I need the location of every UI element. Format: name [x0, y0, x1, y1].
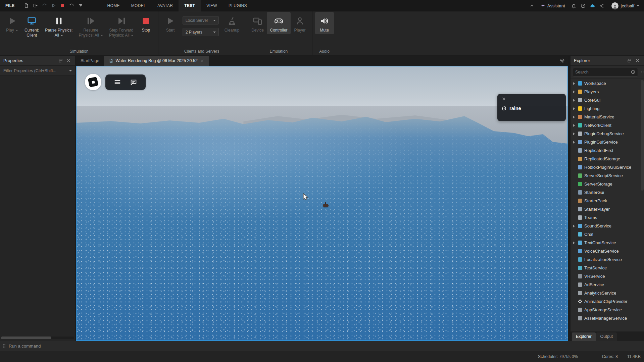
explorer-item-vrservice[interactable]: VRService: [571, 272, 644, 280]
file-menu-button[interactable]: FILE: [0, 3, 20, 8]
close-card-icon[interactable]: [501, 97, 506, 101]
stop-button[interactable]: Stop: [137, 12, 155, 34]
resume-icon: [85, 15, 97, 27]
notifications-icon[interactable]: [569, 0, 579, 11]
menu-tab-test[interactable]: TEST: [179, 0, 201, 11]
close-tab-icon[interactable]: [200, 59, 204, 63]
explorer-item-networkclient[interactable]: NetworkClient: [571, 121, 644, 130]
2-players-select[interactable]: 2 Players: [183, 28, 219, 36]
explorer-item-appstorageservice[interactable]: AppStorageService: [571, 306, 644, 314]
explorer-more-icon[interactable]: [639, 68, 644, 76]
explorer-item-pluginguiservice[interactable]: PluginGuiService: [571, 138, 644, 146]
collapse-ribbon-icon[interactable]: [527, 0, 537, 11]
properties-body: [0, 76, 75, 341]
explorer-item-starterplayer[interactable]: StarterPlayer: [571, 205, 644, 213]
help-icon[interactable]: [579, 0, 588, 11]
redo-button[interactable]: [40, 0, 49, 11]
material-service-icon: [578, 115, 582, 119]
doc-tab-water-rendering-bug-06-mar-2025-20-52[interactable]: Water Rendering Bug @ 06 Mar 2025 20:52: [104, 56, 209, 66]
explorer-item-replicatedstorage[interactable]: ReplicatedStorage: [571, 155, 644, 163]
explorer-item-label: Teams: [584, 215, 597, 220]
undo-button[interactable]: [67, 0, 77, 11]
search-input[interactable]: [575, 70, 629, 74]
expand-arrow-icon[interactable]: [572, 91, 576, 93]
close-panel-icon[interactable]: [634, 57, 641, 64]
explorer-item-robloxpluginguiservice[interactable]: RobloxPluginGuiService: [571, 163, 644, 171]
explorer-item-materialservice[interactable]: MaterialService: [571, 113, 644, 121]
explorer-item-label: ReplicatedStorage: [584, 156, 620, 161]
titlebar-right: Assistant jedisalf: [527, 0, 644, 11]
expand-arrow-icon[interactable]: [572, 242, 576, 244]
explorer-item-animationclipprovider[interactable]: AnimationClipProvider: [571, 297, 644, 306]
explorer-item-localizationservice[interactable]: LocalizationService: [571, 255, 644, 264]
explorer-search-box[interactable]: [573, 68, 638, 76]
roblox-menu-button[interactable]: [85, 74, 101, 90]
search-history-icon[interactable]: [631, 69, 636, 74]
expand-arrow-icon[interactable]: [572, 116, 576, 118]
explorer-item-plugindebugservice[interactable]: PluginDebugService: [571, 130, 644, 138]
horizontal-scrollbar[interactable]: [1, 337, 74, 339]
explorer-item-players[interactable]: Players: [571, 88, 644, 96]
explorer-item-soundservice[interactable]: SoundService: [571, 222, 644, 230]
menu-icon[interactable]: [114, 79, 121, 86]
expand-arrow-icon[interactable]: [572, 225, 576, 227]
explorer-item-testservice[interactable]: TestService: [571, 264, 644, 272]
explorer-item-workspace[interactable]: Workspace: [571, 79, 644, 88]
dock-panel-icon[interactable]: [626, 57, 633, 64]
explorer-item-serverscriptservice[interactable]: ServerScriptService: [571, 171, 644, 180]
scrollbar-thumb[interactable]: [1, 337, 51, 339]
explorer-item-starterpack[interactable]: StarterPack: [571, 197, 644, 205]
user-menu[interactable]: jedisalf: [607, 2, 644, 9]
doc-tab-startpage[interactable]: StartPage: [76, 56, 104, 66]
current-button[interactable]: Current:Client: [21, 12, 42, 39]
panel-tab-output[interactable]: Output: [596, 332, 617, 341]
explorer-search-row: [571, 66, 644, 79]
drag-grip-icon[interactable]: [3, 343, 6, 349]
run-command-input[interactable]: [9, 344, 150, 349]
explorer-item-startergui[interactable]: StarterGui: [571, 188, 644, 197]
filter-properties-field[interactable]: Filter Properties (Ctrl+Shift...: [0, 66, 75, 76]
new-file-button[interactable]: [22, 0, 31, 11]
mute-button[interactable]: Mute: [315, 12, 334, 34]
run-button[interactable]: [49, 0, 58, 11]
explorer-item-adservice[interactable]: AdService: [571, 280, 644, 289]
expand-arrow-icon[interactable]: [572, 107, 576, 110]
expand-arrow-icon[interactable]: [572, 99, 576, 102]
expand-arrow-icon[interactable]: [572, 82, 576, 85]
menu-tab-plugins[interactable]: PLUGINS: [223, 0, 253, 11]
expand-arrow-icon[interactable]: [572, 133, 576, 135]
menu-tab-avatar[interactable]: AVATAR: [152, 0, 179, 11]
vertical-scrollbar[interactable]: [641, 80, 644, 191]
dock-panel-icon[interactable]: [57, 57, 64, 64]
local-server-select[interactable]: Local Server: [183, 16, 219, 24]
expand-arrow-icon[interactable]: [572, 141, 576, 144]
panel-tab-explorer[interactable]: Explorer: [572, 332, 596, 341]
controller-button[interactable]: Controller: [267, 12, 290, 34]
explorer-item-teams[interactable]: Teams: [571, 213, 644, 222]
menu-tab-model[interactable]: MODEL: [126, 0, 152, 11]
chat-icon[interactable]: [130, 79, 137, 86]
explorer-item-textchatservice[interactable]: TextChatService: [571, 239, 644, 247]
close-panel-icon[interactable]: [65, 57, 72, 64]
toolbar-options-button[interactable]: [77, 0, 86, 11]
assistant-button[interactable]: Assistant: [537, 3, 569, 8]
explorer-item-replicatedfirst[interactable]: ReplicatedFirst: [571, 146, 644, 155]
pause-physics-button[interactable]: Pause Physics:All: [42, 12, 76, 39]
explorer-item-chat[interactable]: Chat: [571, 230, 644, 239]
expand-arrow-icon[interactable]: [572, 124, 576, 127]
record-button[interactable]: [58, 0, 67, 11]
explorer-item-voicechatservice[interactable]: VoiceChatService: [571, 247, 644, 255]
explorer-item-analyticsservice[interactable]: AnalyticsService: [571, 289, 644, 297]
3d-viewport[interactable]: raine: [76, 66, 568, 341]
explorer-item-lighting[interactable]: Lighting: [571, 104, 644, 113]
cloud-sync-icon[interactable]: [588, 0, 597, 11]
viewport-settings-gear-icon[interactable]: [559, 56, 565, 66]
explorer-item-serverstorage[interactable]: ServerStorage: [571, 180, 644, 188]
menu-tab-view[interactable]: VIEW: [201, 0, 223, 11]
menu-tab-home[interactable]: HOME: [102, 0, 126, 11]
properties-panel: Properties Filter Properties (Ctrl+Shift…: [0, 56, 75, 341]
share-icon[interactable]: [597, 0, 607, 11]
open-file-button[interactable]: [31, 0, 40, 11]
explorer-item-assetmanagerservice[interactable]: AssetManagerService: [571, 314, 644, 322]
explorer-item-coregui[interactable]: CoreGui: [571, 96, 644, 104]
